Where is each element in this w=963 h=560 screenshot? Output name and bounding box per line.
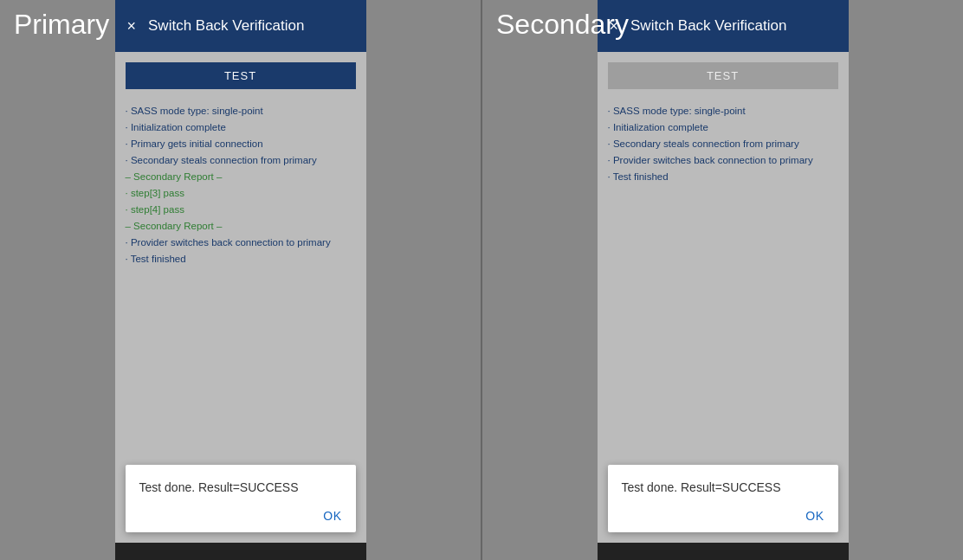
primary-log-area: · SASS mode type: single-point· Initiali… bbox=[115, 100, 366, 454]
secondary-close-icon[interactable]: × bbox=[610, 18, 619, 34]
log-line: · Test finished bbox=[608, 169, 838, 185]
log-line: · SASS mode type: single-point bbox=[608, 103, 838, 119]
log-line: – Secondary Report – bbox=[126, 218, 356, 235]
secondary-ok-button-container: OK bbox=[622, 508, 824, 524]
primary-ok-button-container: OK bbox=[139, 508, 342, 524]
secondary-ok-button[interactable]: OK bbox=[805, 509, 824, 523]
secondary-phone: × Switch Back Verification TEST · SASS m… bbox=[598, 0, 849, 560]
secondary-result-text: Test done. Result=SUCCESS bbox=[622, 480, 824, 494]
log-line: · step[4] pass bbox=[126, 202, 356, 218]
primary-dialog-header: × Switch Back Verification bbox=[115, 0, 366, 52]
secondary-bottom-bar bbox=[598, 543, 849, 560]
secondary-test-button[interactable]: TEST bbox=[608, 62, 838, 89]
log-line: · SASS mode type: single-point bbox=[126, 103, 356, 119]
primary-test-button[interactable]: TEST bbox=[126, 62, 356, 89]
secondary-log-area: · SASS mode type: single-point· Initiali… bbox=[598, 100, 849, 454]
primary-result-text: Test done. Result=SUCCESS bbox=[139, 480, 342, 494]
secondary-dialog-body: TEST · SASS mode type: single-point· Ini… bbox=[598, 52, 849, 543]
secondary-panel: Secondary × Switch Back Verification TES… bbox=[482, 0, 963, 560]
primary-bottom-bar bbox=[115, 543, 366, 560]
primary-panel: Primary × Switch Back Verification TEST … bbox=[0, 0, 481, 560]
secondary-dialog-header: × Switch Back Verification bbox=[598, 0, 849, 52]
log-line: · Secondary steals connection from prima… bbox=[608, 136, 838, 152]
log-line: · Primary gets initial connection bbox=[126, 136, 356, 152]
primary-close-icon[interactable]: × bbox=[127, 18, 137, 34]
primary-dialog-title: Switch Back Verification bbox=[148, 17, 304, 35]
log-line: · Provider switches back connection to p… bbox=[126, 235, 356, 251]
primary-dialog-body: TEST · SASS mode type: single-point· Ini… bbox=[115, 52, 366, 543]
primary-ok-button[interactable]: OK bbox=[323, 509, 341, 523]
log-line: · Provider switches back connection to p… bbox=[608, 152, 838, 169]
log-line: · Test finished bbox=[126, 251, 356, 267]
log-line: · Secondary steals connection from prima… bbox=[126, 152, 356, 169]
log-line: · Initialization complete bbox=[608, 119, 838, 136]
secondary-result-dialog: Test done. Result=SUCCESS OK bbox=[608, 465, 838, 532]
log-line: · step[3] pass bbox=[126, 185, 356, 202]
primary-result-dialog: Test done. Result=SUCCESS OK bbox=[126, 465, 356, 532]
log-line: · Initialization complete bbox=[126, 119, 356, 136]
secondary-dialog-title: Switch Back Verification bbox=[630, 17, 786, 35]
log-line: – Secondary Report – bbox=[126, 169, 356, 185]
primary-phone: × Switch Back Verification TEST · SASS m… bbox=[115, 0, 366, 560]
